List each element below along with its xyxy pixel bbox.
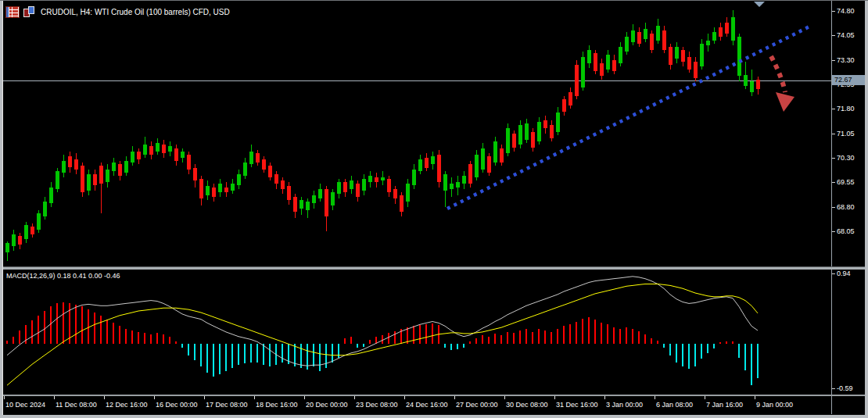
candle-body	[212, 188, 216, 198]
candle-body	[425, 158, 429, 168]
candle-body	[256, 153, 260, 163]
candle-body	[725, 23, 729, 34]
macd-histogram-bar	[88, 309, 89, 344]
panel-splitter[interactable]	[0, 266, 868, 270]
time-tick	[604, 396, 605, 399]
time-tick	[254, 396, 255, 399]
candle-body	[662, 30, 666, 50]
candle-body	[68, 156, 72, 168]
candle-body	[650, 34, 654, 50]
time-tick	[554, 396, 555, 399]
macd-histogram-bar	[138, 332, 139, 344]
macd-histogram-bar	[482, 335, 483, 345]
candle-body	[675, 47, 679, 59]
macd-histogram-bar	[494, 334, 496, 345]
candle-body	[581, 57, 585, 88]
candle-body	[537, 122, 541, 141]
candle-body	[193, 168, 197, 181]
candle-body	[381, 177, 385, 180]
candle-body	[637, 32, 641, 44]
candle-body	[43, 202, 47, 216]
macd-histogram-bar	[444, 344, 446, 348]
macd-histogram-bar	[475, 338, 477, 345]
macd-histogram-bar	[19, 330, 20, 344]
candle-body	[575, 65, 579, 96]
macd-histogram-bar	[200, 344, 202, 366]
candle-body	[493, 141, 497, 163]
time-tick-label: 30 Dec 08:00	[506, 401, 548, 409]
candle-body	[731, 17, 735, 40]
macd-histogram-bar	[694, 344, 696, 366]
macd-histogram-bar	[332, 344, 333, 363]
macd-histogram-bar	[256, 344, 258, 363]
macd-histogram-bar	[469, 341, 471, 345]
candle-body	[37, 213, 41, 230]
candle-body	[174, 148, 178, 162]
candle-body	[706, 41, 710, 45]
macd-histogram-bar	[269, 344, 271, 366]
macd-histogram-bar	[219, 344, 221, 373]
candle-body	[12, 234, 16, 246]
macd-histogram-bar	[719, 342, 721, 344]
macd-panel[interactable]	[3, 269, 831, 395]
macd-histogram-bar	[6, 341, 8, 345]
candle-body	[375, 177, 378, 182]
candle-body	[325, 189, 328, 217]
time-tick-label: 7 Jan 16:00	[706, 401, 743, 409]
candle-body	[368, 176, 372, 182]
candle-body	[587, 50, 591, 63]
macd-histogram-bar	[163, 334, 164, 345]
price-tick	[832, 11, 835, 12]
time-tick	[404, 396, 405, 399]
macd-histogram-bar	[63, 302, 64, 345]
macd-histogram-bar	[757, 344, 759, 378]
price-tick	[832, 134, 835, 134]
macd-histogram-bar	[507, 332, 508, 344]
macd-histogram-bar	[382, 335, 383, 345]
candle-body	[74, 159, 78, 170]
macd-histogram-bar	[375, 337, 377, 345]
candle-body	[468, 164, 472, 184]
time-tick-label: 23 Dec 08:00	[356, 401, 398, 409]
macd-histogram-bar	[81, 306, 83, 344]
time-tick-label: 11 Dec 08:00	[56, 401, 97, 409]
candle-body	[562, 99, 566, 113]
macd-histogram-bar	[682, 344, 683, 366]
macd-histogram-bar	[513, 333, 515, 344]
time-tick-label: 6 Jan 08:00	[656, 401, 693, 409]
macd-histogram-bar	[450, 344, 452, 350]
candle-body	[5, 243, 9, 253]
candle-body	[162, 145, 166, 152]
candle-body	[531, 132, 535, 148]
candle-body	[750, 81, 754, 93]
candle-body	[156, 143, 160, 151]
time-tick-label: 16 Dec 00:00	[156, 401, 198, 409]
price-tick	[832, 182, 835, 183]
terminal-chart-window: CRUDOIL, H4: WTI Crude Oil (100 barrels)…	[0, 0, 868, 418]
price-tick	[832, 207, 835, 208]
candle-body	[343, 182, 347, 192]
time-tick	[454, 396, 455, 399]
macd-histogram-bar	[438, 325, 439, 344]
candle-body	[525, 123, 529, 140]
candle-body	[131, 152, 135, 163]
candle-body	[393, 189, 397, 199]
macd-histogram-bar	[125, 329, 127, 344]
candle-body	[543, 120, 547, 128]
time-tick	[54, 396, 55, 399]
candle-body	[237, 174, 241, 186]
macd-histogram-bar	[75, 305, 77, 344]
macd-histogram-bar	[413, 326, 414, 344]
price-tick-label: 68.05	[837, 227, 855, 235]
macd-histogram-bar	[613, 327, 615, 344]
time-tick-label: 3 Jan 00:00	[606, 401, 643, 409]
candle-body	[612, 60, 616, 72]
macd-histogram-bar	[119, 326, 120, 344]
candle-body	[81, 166, 84, 191]
candle-body	[362, 179, 366, 191]
macd-histogram-bar	[732, 341, 733, 344]
candle-body	[62, 161, 66, 173]
chart-shift-marker-icon[interactable]	[754, 2, 765, 7]
macd-histogram-bar	[319, 344, 321, 371]
macd-histogram-bar	[275, 344, 277, 365]
